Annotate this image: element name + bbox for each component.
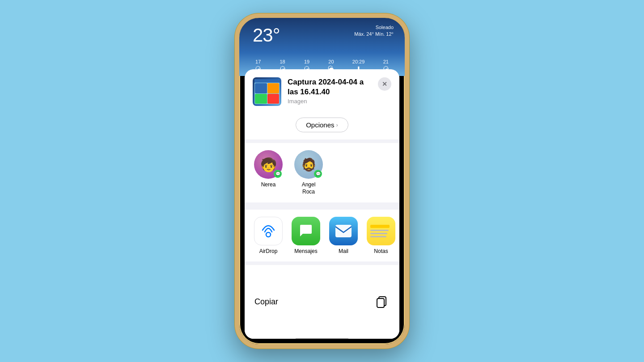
share-header: Captura 2024-04-04 a las 16.41.40 Imagen… bbox=[245, 69, 399, 113]
divider-2 bbox=[245, 202, 399, 206]
app-name-airdrop: AirDrop bbox=[259, 248, 278, 254]
svg-point-0 bbox=[266, 232, 271, 237]
app-airdrop[interactable]: AirDrop bbox=[253, 217, 284, 254]
contacts-section: 🧒 💬 Nerea 🧔 💬 AngelRoca bbox=[245, 143, 399, 202]
contact-angel[interactable]: 🧔 💬 AngelRoca bbox=[293, 150, 324, 195]
message-badge-nerea: 💬 bbox=[274, 170, 282, 178]
share-thumbnail bbox=[253, 77, 281, 106]
share-title: Captura 2024-04-04 a las 16.41.40 bbox=[288, 77, 372, 97]
share-sheet: Captura 2024-04-04 a las 16.41.40 Imagen… bbox=[245, 69, 399, 339]
phone-mockup: 23° Soleado Máx. 24° Mín. 12° 17🌤 18🌤 19… bbox=[235, 13, 409, 349]
app-name-mail: Mail bbox=[339, 248, 348, 254]
mensajes-icon bbox=[292, 217, 320, 245]
copiar-label: Copiar bbox=[254, 297, 278, 307]
weather-background: 23° Soleado Máx. 24° Mín. 12° 17🌤 18🌤 19… bbox=[239, 18, 405, 76]
apps-section: AirDrop Mensajes bbox=[245, 210, 399, 261]
copy-icon bbox=[373, 294, 390, 310]
airdrop-icon bbox=[254, 217, 283, 245]
home-indicator bbox=[295, 338, 349, 341]
contact-name-nerea: Nerea bbox=[261, 181, 276, 189]
app-mensajes[interactable]: Mensajes bbox=[290, 217, 322, 254]
app-notas[interactable]: Notas bbox=[365, 217, 397, 254]
share-info: Captura 2024-04-04 a las 16.41.40 Imagen bbox=[288, 77, 372, 105]
app-name-notas: Notas bbox=[374, 248, 388, 254]
svg-rect-1 bbox=[335, 225, 352, 237]
avatar-angel: 🧔 💬 bbox=[294, 150, 323, 179]
app-name-mensajes: Mensajes bbox=[294, 248, 317, 254]
phone-frame: 23° Soleado Máx. 24° Mín. 12° 17🌤 18🌤 19… bbox=[235, 13, 409, 349]
share-subtitle: Imagen bbox=[288, 98, 372, 105]
svg-rect-3 bbox=[377, 299, 384, 307]
message-badge-angel: 💬 bbox=[314, 170, 322, 178]
divider-1 bbox=[245, 139, 399, 143]
app-mail[interactable]: Mail bbox=[328, 217, 359, 254]
mail-icon bbox=[329, 217, 358, 245]
contact-nerea[interactable]: 🧒 💬 Nerea bbox=[253, 150, 284, 195]
options-label: Opciones bbox=[306, 121, 334, 129]
close-button[interactable]: ✕ bbox=[378, 77, 391, 91]
avatar-nerea: 🧒 💬 bbox=[254, 150, 283, 179]
contact-name-angel: AngelRoca bbox=[302, 181, 316, 195]
chevron-right-icon: › bbox=[336, 122, 338, 128]
copiar-section[interactable]: Copiar bbox=[245, 265, 399, 339]
weather-status: Soleado Máx. 24° Mín. 12° bbox=[354, 24, 394, 38]
notas-icon bbox=[367, 217, 395, 245]
options-button[interactable]: Opciones › bbox=[296, 118, 348, 132]
weather-temperature: 23° bbox=[253, 25, 280, 46]
options-section: Opciones › bbox=[245, 113, 399, 139]
